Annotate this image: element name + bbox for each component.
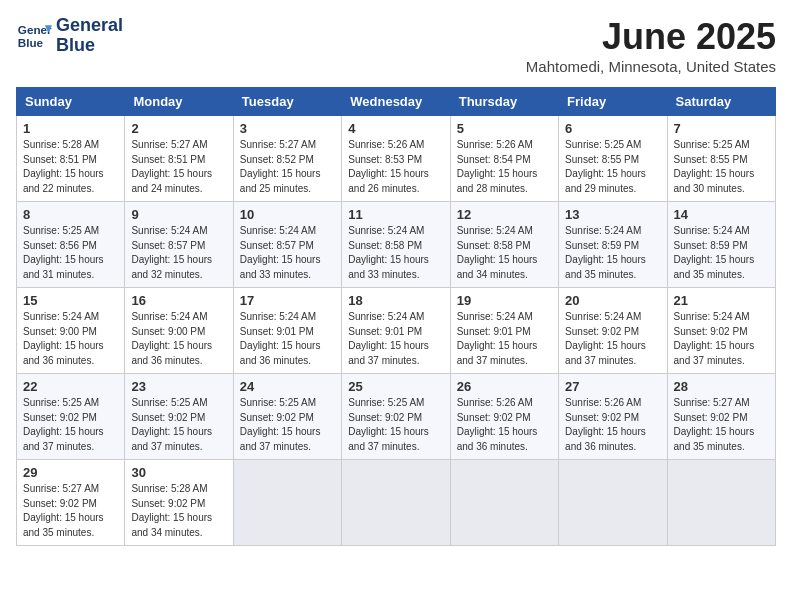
calendar-cell: 10Sunrise: 5:24 AM Sunset: 8:57 PM Dayli… [233, 202, 341, 288]
calendar-cell [450, 460, 558, 546]
calendar-cell [342, 460, 450, 546]
weekday-header-row: SundayMondayTuesdayWednesdayThursdayFrid… [17, 88, 776, 116]
day-number: 19 [457, 293, 552, 308]
calendar-cell: 14Sunrise: 5:24 AM Sunset: 8:59 PM Dayli… [667, 202, 775, 288]
day-info: Sunrise: 5:28 AM Sunset: 8:51 PM Dayligh… [23, 138, 118, 196]
day-number: 1 [23, 121, 118, 136]
day-number: 28 [674, 379, 769, 394]
calendar-cell: 11Sunrise: 5:24 AM Sunset: 8:58 PM Dayli… [342, 202, 450, 288]
logo-line2: Blue [56, 36, 123, 56]
calendar-cell [559, 460, 667, 546]
week-row-3: 15Sunrise: 5:24 AM Sunset: 9:00 PM Dayli… [17, 288, 776, 374]
calendar-cell: 16Sunrise: 5:24 AM Sunset: 9:00 PM Dayli… [125, 288, 233, 374]
day-number: 4 [348, 121, 443, 136]
day-info: Sunrise: 5:26 AM Sunset: 9:02 PM Dayligh… [565, 396, 660, 454]
day-info: Sunrise: 5:24 AM Sunset: 8:57 PM Dayligh… [131, 224, 226, 282]
logo-line1: General [56, 16, 123, 36]
day-number: 15 [23, 293, 118, 308]
calendar-cell: 25Sunrise: 5:25 AM Sunset: 9:02 PM Dayli… [342, 374, 450, 460]
day-info: Sunrise: 5:26 AM Sunset: 8:54 PM Dayligh… [457, 138, 552, 196]
day-info: Sunrise: 5:24 AM Sunset: 8:58 PM Dayligh… [348, 224, 443, 282]
day-number: 29 [23, 465, 118, 480]
calendar-cell: 28Sunrise: 5:27 AM Sunset: 9:02 PM Dayli… [667, 374, 775, 460]
day-info: Sunrise: 5:24 AM Sunset: 8:59 PM Dayligh… [565, 224, 660, 282]
day-info: Sunrise: 5:24 AM Sunset: 8:58 PM Dayligh… [457, 224, 552, 282]
day-number: 17 [240, 293, 335, 308]
calendar-cell [233, 460, 341, 546]
calendar-cell: 19Sunrise: 5:24 AM Sunset: 9:01 PM Dayli… [450, 288, 558, 374]
calendar-cell: 30Sunrise: 5:28 AM Sunset: 9:02 PM Dayli… [125, 460, 233, 546]
svg-text:Blue: Blue [18, 36, 44, 49]
calendar-cell: 20Sunrise: 5:24 AM Sunset: 9:02 PM Dayli… [559, 288, 667, 374]
day-info: Sunrise: 5:27 AM Sunset: 9:02 PM Dayligh… [674, 396, 769, 454]
calendar-cell: 5Sunrise: 5:26 AM Sunset: 8:54 PM Daylig… [450, 116, 558, 202]
calendar-cell: 23Sunrise: 5:25 AM Sunset: 9:02 PM Dayli… [125, 374, 233, 460]
title-area: June 2025 Mahtomedi, Minnesota, United S… [526, 16, 776, 75]
weekday-header-sunday: Sunday [17, 88, 125, 116]
day-number: 12 [457, 207, 552, 222]
calendar-cell: 8Sunrise: 5:25 AM Sunset: 8:56 PM Daylig… [17, 202, 125, 288]
day-info: Sunrise: 5:26 AM Sunset: 8:53 PM Dayligh… [348, 138, 443, 196]
calendar-cell: 27Sunrise: 5:26 AM Sunset: 9:02 PM Dayli… [559, 374, 667, 460]
month-title: June 2025 [526, 16, 776, 58]
day-info: Sunrise: 5:25 AM Sunset: 8:56 PM Dayligh… [23, 224, 118, 282]
calendar-cell: 1Sunrise: 5:28 AM Sunset: 8:51 PM Daylig… [17, 116, 125, 202]
header: General Blue General Blue June 2025 Maht… [16, 16, 776, 75]
day-number: 20 [565, 293, 660, 308]
day-info: Sunrise: 5:24 AM Sunset: 9:02 PM Dayligh… [565, 310, 660, 368]
location-title: Mahtomedi, Minnesota, United States [526, 58, 776, 75]
calendar-cell: 7Sunrise: 5:25 AM Sunset: 8:55 PM Daylig… [667, 116, 775, 202]
day-info: Sunrise: 5:25 AM Sunset: 9:02 PM Dayligh… [240, 396, 335, 454]
day-info: Sunrise: 5:24 AM Sunset: 9:00 PM Dayligh… [131, 310, 226, 368]
calendar-cell: 22Sunrise: 5:25 AM Sunset: 9:02 PM Dayli… [17, 374, 125, 460]
calendar: SundayMondayTuesdayWednesdayThursdayFrid… [16, 87, 776, 546]
day-info: Sunrise: 5:27 AM Sunset: 9:02 PM Dayligh… [23, 482, 118, 540]
day-number: 3 [240, 121, 335, 136]
day-info: Sunrise: 5:24 AM Sunset: 9:01 PM Dayligh… [348, 310, 443, 368]
logo: General Blue General Blue [16, 16, 123, 56]
calendar-cell: 24Sunrise: 5:25 AM Sunset: 9:02 PM Dayli… [233, 374, 341, 460]
day-number: 16 [131, 293, 226, 308]
calendar-cell: 21Sunrise: 5:24 AM Sunset: 9:02 PM Dayli… [667, 288, 775, 374]
calendar-cell: 13Sunrise: 5:24 AM Sunset: 8:59 PM Dayli… [559, 202, 667, 288]
day-number: 13 [565, 207, 660, 222]
day-number: 5 [457, 121, 552, 136]
calendar-cell: 18Sunrise: 5:24 AM Sunset: 9:01 PM Dayli… [342, 288, 450, 374]
day-info: Sunrise: 5:25 AM Sunset: 8:55 PM Dayligh… [565, 138, 660, 196]
day-number: 10 [240, 207, 335, 222]
day-number: 11 [348, 207, 443, 222]
day-number: 18 [348, 293, 443, 308]
day-info: Sunrise: 5:28 AM Sunset: 9:02 PM Dayligh… [131, 482, 226, 540]
day-info: Sunrise: 5:25 AM Sunset: 8:55 PM Dayligh… [674, 138, 769, 196]
day-number: 24 [240, 379, 335, 394]
day-number: 27 [565, 379, 660, 394]
day-number: 22 [23, 379, 118, 394]
day-info: Sunrise: 5:27 AM Sunset: 8:51 PM Dayligh… [131, 138, 226, 196]
calendar-cell [667, 460, 775, 546]
day-info: Sunrise: 5:25 AM Sunset: 9:02 PM Dayligh… [131, 396, 226, 454]
day-number: 21 [674, 293, 769, 308]
weekday-header-monday: Monday [125, 88, 233, 116]
week-row-5: 29Sunrise: 5:27 AM Sunset: 9:02 PM Dayli… [17, 460, 776, 546]
day-number: 23 [131, 379, 226, 394]
week-row-2: 8Sunrise: 5:25 AM Sunset: 8:56 PM Daylig… [17, 202, 776, 288]
calendar-cell: 15Sunrise: 5:24 AM Sunset: 9:00 PM Dayli… [17, 288, 125, 374]
week-row-4: 22Sunrise: 5:25 AM Sunset: 9:02 PM Dayli… [17, 374, 776, 460]
day-info: Sunrise: 5:24 AM Sunset: 9:01 PM Dayligh… [457, 310, 552, 368]
calendar-cell: 12Sunrise: 5:24 AM Sunset: 8:58 PM Dayli… [450, 202, 558, 288]
day-number: 30 [131, 465, 226, 480]
calendar-cell: 26Sunrise: 5:26 AM Sunset: 9:02 PM Dayli… [450, 374, 558, 460]
weekday-header-thursday: Thursday [450, 88, 558, 116]
day-info: Sunrise: 5:26 AM Sunset: 9:02 PM Dayligh… [457, 396, 552, 454]
calendar-cell: 9Sunrise: 5:24 AM Sunset: 8:57 PM Daylig… [125, 202, 233, 288]
day-number: 14 [674, 207, 769, 222]
day-info: Sunrise: 5:24 AM Sunset: 8:57 PM Dayligh… [240, 224, 335, 282]
weekday-header-friday: Friday [559, 88, 667, 116]
day-info: Sunrise: 5:24 AM Sunset: 9:01 PM Dayligh… [240, 310, 335, 368]
calendar-cell: 17Sunrise: 5:24 AM Sunset: 9:01 PM Dayli… [233, 288, 341, 374]
day-number: 26 [457, 379, 552, 394]
calendar-body: 1Sunrise: 5:28 AM Sunset: 8:51 PM Daylig… [17, 116, 776, 546]
weekday-header-saturday: Saturday [667, 88, 775, 116]
day-number: 8 [23, 207, 118, 222]
day-info: Sunrise: 5:24 AM Sunset: 8:59 PM Dayligh… [674, 224, 769, 282]
